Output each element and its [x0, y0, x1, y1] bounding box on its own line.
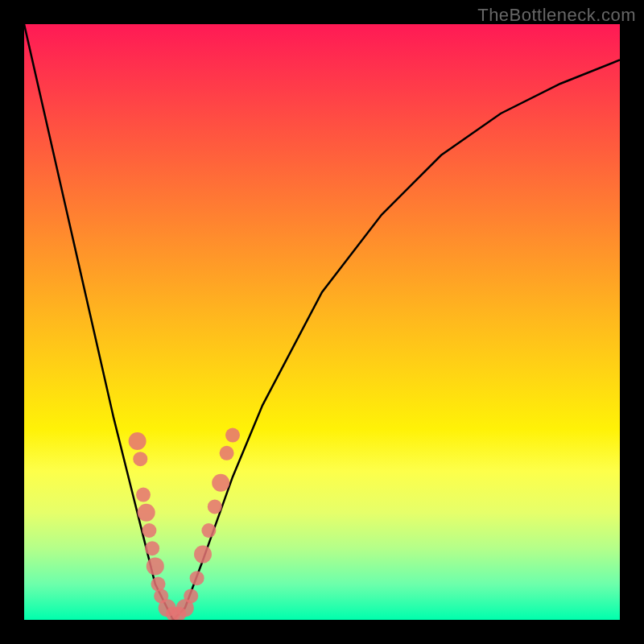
- chart-svg: [24, 24, 620, 620]
- frame-left: [0, 0, 24, 644]
- data-point: [133, 452, 147, 466]
- watermark-text: TheBottleneck.com: [477, 5, 636, 26]
- data-point: [138, 504, 155, 522]
- data-point: [142, 523, 156, 538]
- plot-area: [24, 24, 620, 620]
- data-point: [184, 588, 198, 603]
- data-point: [220, 446, 234, 460]
- data-point: [212, 474, 229, 492]
- data-points-group: [129, 428, 240, 620]
- data-point: [208, 499, 222, 514]
- data-point: [136, 488, 151, 502]
- data-point: [225, 428, 240, 443]
- data-point: [194, 546, 212, 564]
- data-point: [147, 557, 164, 575]
- bottleneck-curve: [24, 24, 620, 620]
- data-point: [190, 571, 204, 585]
- frame-right: [620, 0, 644, 644]
- data-point: [201, 523, 216, 538]
- data-point: [129, 432, 147, 450]
- frame-bottom: [0, 620, 644, 644]
- data-point: [145, 541, 159, 555]
